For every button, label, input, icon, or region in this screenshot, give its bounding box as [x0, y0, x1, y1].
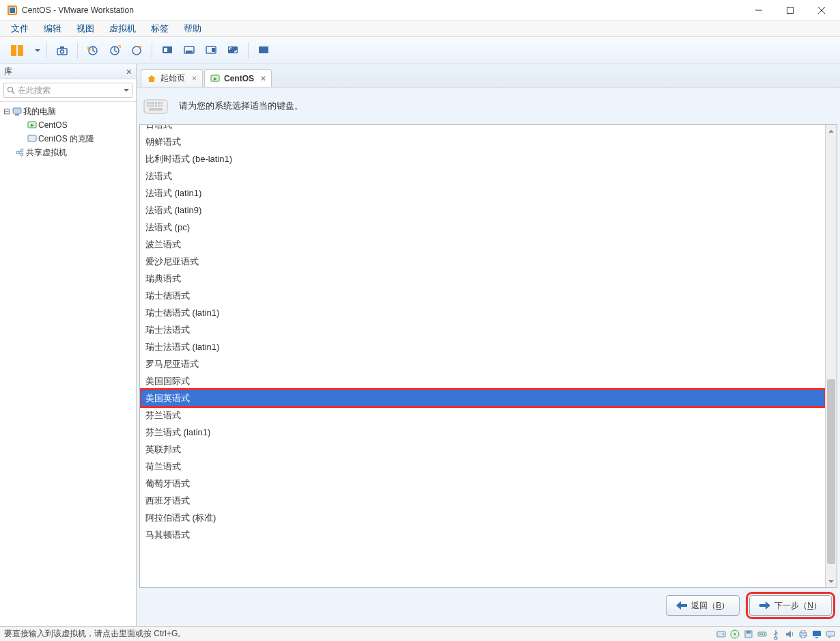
keyboard-option[interactable]: 法语式 (latin1)	[140, 185, 825, 202]
keyboard-option[interactable]: 比利时语式 (be-latin1)	[140, 150, 825, 167]
keyboard-option[interactable]: 荷兰语式	[140, 458, 825, 475]
cdrom-icon[interactable]	[729, 629, 740, 640]
tree-centos-clone[interactable]: CentOS 的克隆	[0, 132, 136, 146]
keyboard-option[interactable]: 日语式	[140, 125, 825, 133]
titlebar: CentOS - VMware Workstation	[0, 0, 840, 21]
svg-rect-39	[155, 105, 157, 107]
tree-centos[interactable]: CentOS	[0, 118, 136, 132]
maximize-button[interactable]	[774, 0, 806, 21]
tree-label: 我的电脑	[23, 106, 56, 118]
keyboard-option[interactable]: 美国英语式	[140, 390, 825, 407]
shared-icon	[15, 148, 25, 157]
menu-edit[interactable]: 编辑	[37, 21, 68, 36]
keyboard-option[interactable]: 葡萄牙语式	[140, 475, 825, 492]
home-icon	[147, 74, 156, 83]
library-sidebar: 库 × ⊟ 我的电脑 CentOS CentOS 的克隆	[0, 64, 137, 626]
network-icon[interactable]	[757, 629, 768, 640]
search-dropdown-icon[interactable]	[124, 87, 129, 93]
svg-rect-36	[147, 105, 149, 107]
menu-file[interactable]: 文件	[4, 21, 36, 36]
scroll-up-icon[interactable]	[826, 125, 837, 137]
svg-rect-30	[147, 102, 149, 104]
keyboard-option[interactable]: 罗马尼亚语式	[140, 355, 825, 372]
thumbnail-button[interactable]	[180, 41, 199, 60]
back-button-label: 返回（B）	[691, 600, 729, 612]
svg-rect-4	[11, 45, 16, 56]
tabstrip: 起始页 × CentOS ×	[137, 64, 840, 87]
menu-help[interactable]: 帮助	[177, 21, 208, 36]
keyboard-option[interactable]: 朝鲜语式	[140, 133, 825, 150]
svg-rect-41	[160, 105, 163, 107]
revert-snapshot-button[interactable]	[83, 41, 102, 60]
installer-prompt-row: 请为您的系统选择适当的键盘。	[139, 87, 837, 124]
message-icon[interactable]	[825, 629, 836, 640]
keyboard-option[interactable]: 美国国际式	[140, 372, 825, 390]
tab-close-icon[interactable]: ×	[261, 74, 266, 83]
menu-view[interactable]: 视图	[70, 21, 101, 36]
keyboard-option[interactable]: 瑞士德语式	[140, 287, 825, 304]
svg-rect-32	[152, 102, 154, 104]
scroll-down-icon[interactable]	[826, 575, 837, 587]
menu-vm[interactable]: 虚拟机	[102, 21, 143, 36]
tree-shared-vms[interactable]: 共享虚拟机	[0, 146, 136, 159]
next-button[interactable]: 下一步（N）	[749, 595, 832, 616]
keyboard-option[interactable]: 瑞典语式	[140, 270, 825, 287]
search-input[interactable]	[18, 85, 121, 95]
keyboard-option[interactable]: 西班牙语式	[140, 492, 825, 509]
keyboard-option[interactable]: 波兰语式	[140, 236, 825, 253]
keyboard-option[interactable]: 法语式 (latin9)	[140, 202, 825, 219]
keyboard-icon	[142, 96, 169, 116]
usb-icon[interactable]	[770, 629, 781, 640]
power-button[interactable]	[4, 41, 31, 60]
snapshot-button[interactable]	[53, 41, 72, 60]
svg-point-46	[734, 633, 736, 635]
tree-my-computer[interactable]: ⊟ 我的电脑	[0, 105, 136, 118]
unity-button[interactable]	[254, 41, 273, 60]
vm-off-icon	[27, 134, 37, 144]
keyboard-option[interactable]: 瑞士法语式	[140, 321, 825, 338]
power-dropdown[interactable]	[34, 48, 41, 53]
library-close-icon[interactable]: ×	[126, 66, 132, 77]
printer-icon[interactable]	[798, 629, 809, 640]
hdd-icon[interactable]	[716, 629, 727, 640]
svg-point-21	[8, 87, 13, 92]
back-button[interactable]: 返回（B）	[666, 595, 740, 616]
floppy-icon[interactable]	[743, 629, 754, 640]
multiview-button[interactable]	[201, 41, 221, 60]
keyboard-option[interactable]: 马其顿语式	[140, 526, 825, 543]
keyboard-option[interactable]: 法语式 (pc)	[140, 219, 825, 236]
display-icon[interactable]	[811, 629, 822, 640]
keyboard-option[interactable]: 爱沙尼亚语式	[140, 253, 825, 270]
tab-label: 起始页	[160, 72, 185, 84]
statusbar-text: 要直接输入到该虚拟机，请点击里面或按 Ctrl+G。	[4, 628, 716, 640]
keyboard-option[interactable]: 瑞士德语式 (latin1)	[140, 304, 825, 321]
tab-centos[interactable]: CentOS ×	[204, 69, 272, 87]
tab-close-icon[interactable]: ×	[192, 74, 197, 83]
sound-icon[interactable]	[784, 629, 795, 640]
manage-snapshot-button[interactable]	[127, 41, 146, 60]
show-console-button[interactable]	[158, 41, 177, 60]
svg-rect-54	[801, 631, 805, 633]
keyboard-option[interactable]: 瑞士法语式 (latin1)	[140, 338, 825, 355]
tab-home[interactable]: 起始页 ×	[141, 69, 203, 87]
keyboard-option[interactable]: 阿拉伯语式 (标准)	[140, 509, 825, 526]
guest-screen[interactable]: 请为您的系统选择适当的键盘。 日语式朝鲜语式比利时语式 (be-latin1)法…	[137, 87, 840, 626]
keyboard-option[interactable]: 芬兰语式	[140, 407, 825, 424]
menu-tabs[interactable]: 标签	[144, 21, 176, 36]
svg-rect-37	[150, 105, 152, 107]
keyboard-option[interactable]: 芬兰语式 (latin1)	[140, 424, 825, 441]
svg-rect-18	[212, 48, 215, 52]
svg-rect-43	[717, 631, 725, 637]
svg-rect-56	[813, 631, 821, 636]
minimize-button[interactable]	[743, 0, 774, 21]
take-snapshot-button[interactable]	[105, 41, 124, 60]
svg-rect-35	[160, 102, 163, 104]
svg-rect-42	[149, 108, 163, 111]
fullscreen-button[interactable]	[223, 41, 242, 60]
library-search[interactable]	[3, 83, 132, 98]
keyboard-option[interactable]: 法语式	[140, 167, 825, 185]
keyboard-option[interactable]: 英联邦式	[140, 441, 825, 458]
scroll-thumb[interactable]	[827, 379, 835, 564]
list-scrollbar[interactable]	[825, 125, 837, 587]
close-button[interactable]	[806, 0, 837, 21]
